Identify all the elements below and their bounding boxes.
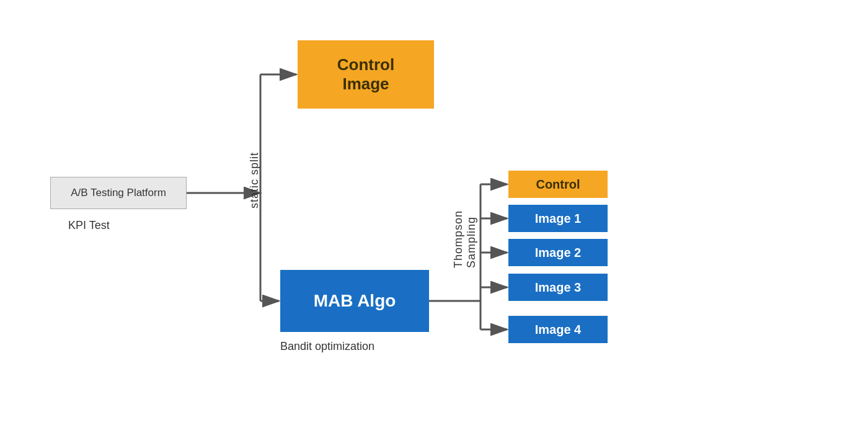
mab-algo-label: MAB Algo xyxy=(314,291,396,311)
control-image-label: ControlImage xyxy=(337,55,394,94)
image4-label: Image 4 xyxy=(535,323,581,337)
image1-box: Image 1 xyxy=(508,205,608,232)
arrows-svg xyxy=(0,0,868,430)
control-image-box: ControlImage xyxy=(298,40,434,109)
kpi-test-label: KPI Test xyxy=(68,219,110,232)
image3-label: Image 3 xyxy=(535,280,581,295)
image1-label: Image 1 xyxy=(535,212,581,226)
bandit-optimization-label: Bandit optimization xyxy=(280,340,374,353)
right-control-box: Control xyxy=(508,171,608,198)
static-split-label: static split xyxy=(242,112,267,248)
image2-label: Image 2 xyxy=(535,246,581,260)
ab-platform-label: A/B Testing Platform xyxy=(71,187,166,199)
image4-box: Image 4 xyxy=(508,316,608,343)
mab-algo-box: MAB Algo xyxy=(280,270,429,332)
diagram-container: A/B Testing Platform KPI Test ControlIma… xyxy=(0,0,868,430)
right-control-label: Control xyxy=(536,177,580,192)
image3-box: Image 3 xyxy=(508,274,608,301)
thompson-sampling-label: ThompsonSampling xyxy=(453,168,477,310)
image2-box: Image 2 xyxy=(508,239,608,266)
ab-platform-box: A/B Testing Platform xyxy=(50,177,187,209)
